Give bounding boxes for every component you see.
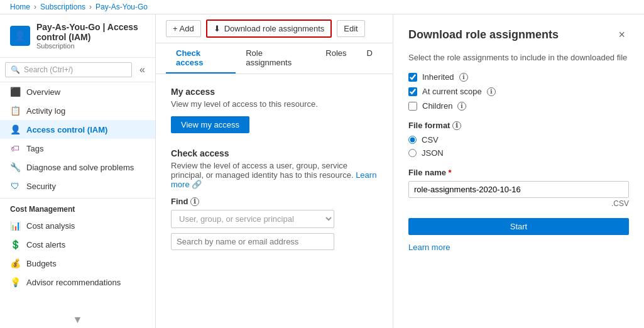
checkbox-group: Inherited ℹ At current scope ℹ Children … (408, 72, 629, 111)
inherited-label: Inherited (422, 72, 454, 82)
sidebar-item-advisor[interactable]: 💡 Advisor recommendations (0, 273, 155, 292)
file-format-label: File format ℹ (408, 121, 629, 130)
filename-section: File name * .CSV (408, 168, 629, 208)
advisor-icon: 💡 (10, 277, 20, 287)
json-radio[interactable] (408, 149, 417, 157)
tags-icon: 🏷 (10, 143, 20, 153)
my-access-description: View my level of access to this resource… (171, 99, 378, 109)
find-select[interactable]: User, group, or service principal (171, 210, 334, 228)
check-access-section: Check access Review the level of access … (171, 148, 378, 250)
start-button[interactable]: Start (408, 218, 629, 235)
overview-label: Overview (26, 87, 60, 97)
access-control-icon: 👤 (10, 124, 20, 134)
access-control-label: Access control (IAM) (26, 125, 107, 134)
panel-title: Download role assignments (408, 28, 559, 41)
inherited-checkbox[interactable] (408, 73, 417, 82)
find-label: Find ℹ (171, 197, 378, 206)
sidebar-item-budgets[interactable]: 💰 Budgets (0, 254, 155, 273)
sidebar-item-tags[interactable]: 🏷 Tags (0, 139, 155, 158)
json-label: JSON (422, 148, 444, 158)
tab-roles[interactable]: Roles (315, 43, 356, 74)
json-radio-item[interactable]: JSON (408, 148, 629, 158)
children-checkbox-item[interactable]: Children ℹ (408, 101, 629, 111)
cost-alerts-icon: 💲 (10, 239, 20, 249)
current-scope-label: At current scope (422, 87, 482, 96)
panel-learn-more[interactable]: Learn more (408, 243, 629, 252)
children-label: Children (422, 101, 452, 111)
collapse-button[interactable]: « (134, 62, 150, 78)
diagnose-icon: 🔧 (10, 162, 20, 172)
content-tabs: Check access Role assignments Roles D (156, 43, 393, 74)
page-subtitle: Subscription (36, 42, 145, 50)
content-area: + Add ⬇ Download role assignments Edit C… (156, 14, 393, 328)
inherited-checkbox-item[interactable]: Inherited ℹ (408, 72, 629, 82)
sidebar-header: 👤 Pay-As-You-Go | Access control (IAM) S… (0, 14, 155, 58)
filename-input-row (408, 181, 629, 198)
overview-icon: ⬛ (10, 87, 20, 97)
csv-radio[interactable] (408, 136, 417, 144)
breadcrumb: Home › Subscriptions › Pay-As-You-Go (0, 0, 644, 14)
search-box[interactable]: 🔍 Search (Ctrl+/) (5, 62, 132, 77)
current-scope-checkbox[interactable] (408, 87, 417, 96)
scroll-indicator: ▼ (0, 312, 155, 328)
breadcrumb-subscriptions[interactable]: Subscriptions (40, 3, 85, 11)
page-title: Pay-As-You-Go | Access control (IAM) (36, 22, 145, 42)
cost-analysis-label: Cost analysis (26, 221, 75, 231)
right-panel: Download role assignments × Select the r… (393, 14, 644, 328)
download-role-assignments-button[interactable]: ⬇ Download role assignments (206, 19, 332, 38)
file-format-radio-group: CSV JSON (408, 135, 629, 158)
budgets-icon: 💰 (10, 258, 20, 268)
filename-input[interactable] (408, 181, 629, 198)
check-access-description: Review the level of access a user, group… (171, 161, 378, 189)
search-placeholder: Search (Ctrl+/) (24, 65, 73, 74)
budgets-label: Budgets (26, 259, 57, 268)
sidebar-item-diagnose[interactable]: 🔧 Diagnose and solve problems (0, 158, 155, 177)
sidebar-item-activity-log[interactable]: 📋 Activity log (0, 101, 155, 120)
sidebar-navigation: ⬛ Overview 📋 Activity log 👤 Access contr… (0, 82, 155, 312)
panel-close-button[interactable]: × (614, 27, 629, 43)
download-icon: ⬇ (214, 24, 221, 33)
view-my-access-button[interactable]: View my access (171, 116, 249, 133)
csv-radio-item[interactable]: CSV (408, 135, 629, 145)
current-scope-checkbox-item[interactable]: At current scope ℹ (408, 87, 629, 96)
security-icon: 🛡 (10, 181, 20, 191)
file-format-section: File format ℹ CSV JSON (408, 121, 629, 158)
tab-check-access[interactable]: Check access (166, 43, 236, 74)
content-toolbar: + Add ⬇ Download role assignments Edit (156, 14, 393, 43)
search-icon: 🔍 (11, 65, 20, 74)
children-info-icon: ℹ (457, 102, 466, 111)
sidebar: 👤 Pay-As-You-Go | Access control (IAM) S… (0, 14, 156, 328)
my-access-section: My access View my level of access to thi… (171, 87, 378, 133)
sidebar-item-security[interactable]: 🛡 Security (0, 177, 155, 195)
search-by-name-input[interactable] (171, 233, 334, 250)
activity-log-icon: 📋 (10, 106, 20, 116)
tab-role-assignments[interactable]: Role assignments (236, 43, 315, 74)
subscription-icon: 👤 (10, 26, 30, 46)
filename-extension: .CSV (408, 199, 629, 208)
sidebar-item-cost-alerts[interactable]: 💲 Cost alerts (0, 235, 155, 254)
my-access-title: My access (171, 87, 378, 97)
edit-button[interactable]: Edit (337, 20, 364, 37)
content-body: My access View my level of access to thi… (156, 74, 393, 328)
add-button[interactable]: + Add (166, 20, 201, 37)
tags-label: Tags (26, 144, 43, 153)
breadcrumb-home[interactable]: Home (10, 3, 30, 11)
check-access-title: Check access (171, 148, 378, 158)
advisor-label: Advisor recommendations (26, 278, 121, 287)
csv-label: CSV (422, 135, 439, 145)
breadcrumb-current[interactable]: Pay-As-You-Go (96, 3, 148, 11)
sidebar-item-cost-analysis[interactable]: 📊 Cost analysis (0, 216, 155, 235)
current-scope-info-icon: ℹ (487, 87, 496, 96)
diagnose-label: Diagnose and solve problems (26, 163, 134, 172)
panel-header: Download role assignments × (408, 27, 629, 43)
sidebar-item-access-control[interactable]: 👤 Access control (IAM) (0, 120, 155, 139)
panel-description: Select the role assignments to include i… (408, 53, 629, 62)
sidebar-item-overview[interactable]: ⬛ Overview (0, 82, 155, 101)
activity-log-label: Activity log (26, 106, 65, 116)
find-info-icon: ℹ (190, 197, 199, 206)
filename-required: * (449, 168, 452, 177)
filename-label: File name * (408, 168, 629, 177)
children-checkbox[interactable] (408, 102, 417, 111)
cost-analysis-icon: 📊 (10, 221, 20, 231)
tab-deny[interactable]: D (357, 43, 383, 74)
